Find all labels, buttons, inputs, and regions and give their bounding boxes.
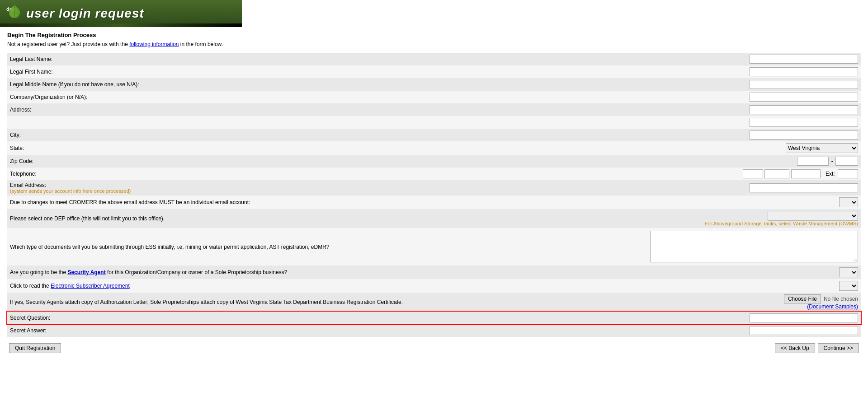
ext-label: Ext: [826, 171, 835, 177]
address-input-cell2 [519, 116, 861, 129]
secret-question-input[interactable] [750, 313, 858, 322]
legal-last-name-input[interactable] [750, 55, 858, 64]
zip-ext-input[interactable] [835, 157, 858, 166]
company-input[interactable] [750, 93, 858, 102]
legal-middle-name-input-cell [519, 78, 861, 91]
email-row: Email Address: (system sends your accoun… [7, 180, 861, 196]
page-title: user login request [26, 6, 144, 21]
secret-question-input-cell [519, 312, 861, 324]
tel-mid-input[interactable] [764, 169, 789, 178]
dep-office-label: Please select one DEP office (this will … [7, 209, 519, 228]
city-input[interactable] [750, 131, 858, 140]
secret-answer-row: Secret Answer: [7, 324, 861, 337]
legal-first-name-label: Legal First Name: [7, 65, 519, 78]
intro-text-part1: Not a registered user yet? Just provide … [7, 41, 129, 47]
secret-question-row: Secret Question: [7, 312, 861, 324]
legal-first-name-input-cell [519, 65, 861, 78]
tel-last-input[interactable] [791, 169, 821, 178]
begin-registration-title: Begin The Registration Process [7, 32, 861, 38]
dep-office-select-cell: Waste Management (OWMS) Air Quality Wate… [519, 209, 861, 228]
registration-form: Legal Last Name: Legal First Name: Legal… [7, 53, 861, 337]
email-label-cell: Email Address: (system sends your accoun… [7, 180, 519, 196]
city-label: City: [7, 129, 519, 141]
security-agent-select[interactable]: Yes No [839, 267, 858, 277]
intro-text-part2: in the form below. [179, 41, 223, 47]
telephone-label: Telephone: [7, 168, 519, 180]
address-label2 [7, 116, 519, 129]
dep-office-note: For Aboveground Storage Tanks, select Wa… [522, 221, 858, 226]
city-row: City: [7, 129, 861, 141]
security-agent-row: Are you going to be the Security Agent f… [7, 266, 861, 279]
legal-last-name-input-cell [519, 53, 861, 65]
address-input-cell1 [519, 103, 861, 116]
city-input-cell [519, 129, 861, 141]
legal-middle-name-label: Legal Middle Name (if you do not have on… [7, 78, 519, 91]
file-upload-cell: Choose File No file chosen (Document Sam… [519, 293, 861, 312]
address-label: Address: [7, 103, 519, 116]
bottom-buttons: Quit Registration << Back Up Continue >> [7, 343, 861, 353]
email-input[interactable] [750, 183, 858, 192]
address-row2 [7, 116, 861, 129]
electronic-subscriber-select[interactable]: Yes No [839, 281, 858, 291]
zip-main-input[interactable] [797, 157, 829, 166]
security-agent-label: Are you going to be the Security Agent f… [7, 266, 519, 279]
secret-answer-input-cell [519, 324, 861, 337]
doc-type-row: Which type of documents will you be subm… [7, 228, 861, 266]
electronic-subscriber-select-cell: Yes No [519, 279, 861, 293]
security-agent-link[interactable]: Security Agent [67, 269, 105, 275]
security-agent-pre-text: Are you going to be the [10, 269, 67, 275]
document-samples-link[interactable]: (Document Samples) [522, 303, 858, 310]
zip-code-input-cell: - [519, 155, 861, 168]
file-upload-label: If yes, Security Agents attach copy of A… [7, 293, 519, 312]
zip-code-row: Zip Code: - [7, 155, 861, 168]
company-row: Company/Organization (or N/A): [7, 91, 861, 103]
electronic-subscriber-link[interactable]: Electronic Subscriber Agreement [51, 283, 130, 289]
email-note: (system sends your account info here onc… [10, 188, 517, 194]
legal-first-name-row: Legal First Name: [7, 65, 861, 78]
address-input1[interactable] [750, 105, 858, 114]
legal-first-name-input[interactable] [750, 67, 858, 76]
state-row: State: West Virginia Alabama Alaska Ariz… [7, 141, 861, 155]
choose-file-button[interactable]: Choose File [784, 294, 821, 303]
email-input-cell [519, 180, 861, 196]
secret-question-label: Secret Question: [7, 312, 519, 324]
cromerr-select-cell: Yes No [519, 196, 861, 209]
page-header: dep user login request [0, 0, 242, 27]
email-label: Email Address: [10, 182, 517, 188]
doc-type-label: Which type of documents will you be subm… [7, 228, 519, 266]
zip-separator: - [831, 158, 833, 164]
cromerr-select[interactable]: Yes No [839, 197, 858, 207]
file-upload-row: If yes, Security Agents attach copy of A… [7, 293, 861, 312]
dep-logo-icon: dep [5, 5, 24, 23]
secret-answer-input[interactable] [750, 326, 858, 335]
doc-type-textarea[interactable] [650, 231, 858, 262]
state-select[interactable]: West Virginia Alabama Alaska Arizona Ark… [786, 143, 858, 153]
electronic-subscriber-label: Click to read the Electronic Subscriber … [7, 279, 519, 293]
security-agent-select-cell: Yes No [519, 266, 861, 279]
back-up-button[interactable]: << Back Up [775, 343, 815, 353]
cromerr-label: Due to changes to meet CROMERR the above… [7, 196, 519, 209]
dep-office-select[interactable]: Waste Management (OWMS) Air Quality Wate… [768, 211, 858, 221]
header-stripe [0, 23, 242, 27]
telephone-row: Telephone: Ext: [7, 168, 861, 180]
state-label: State: [7, 141, 519, 155]
electronic-subscriber-pre: Click to read the [10, 283, 51, 289]
address-input2[interactable] [750, 118, 858, 127]
legal-middle-name-input[interactable] [750, 80, 858, 89]
no-file-text: No file chosen [824, 296, 858, 302]
legal-middle-name-row: Legal Middle Name (if you do not have on… [7, 78, 861, 91]
continue-button[interactable]: Continue >> [818, 343, 859, 353]
bottom-right-buttons: << Back Up Continue >> [775, 343, 859, 353]
quit-registration-button[interactable]: Quit Registration [9, 343, 61, 353]
cromerr-row: Due to changes to meet CROMERR the above… [7, 196, 861, 209]
tel-ext-input[interactable] [838, 169, 858, 178]
company-input-cell [519, 91, 861, 103]
following-information-link[interactable]: following information [129, 41, 179, 47]
dep-office-row: Please select one DEP office (this will … [7, 209, 861, 228]
security-agent-post-text: for this Organization/Company or owner o… [106, 269, 288, 275]
company-label: Company/Organization (or N/A): [7, 91, 519, 103]
file-upload-area: Choose File No file chosen [522, 294, 858, 303]
tel-area-input[interactable] [743, 169, 763, 178]
intro-text: Not a registered user yet? Just provide … [7, 41, 861, 47]
state-select-cell: West Virginia Alabama Alaska Arizona Ark… [519, 141, 861, 155]
